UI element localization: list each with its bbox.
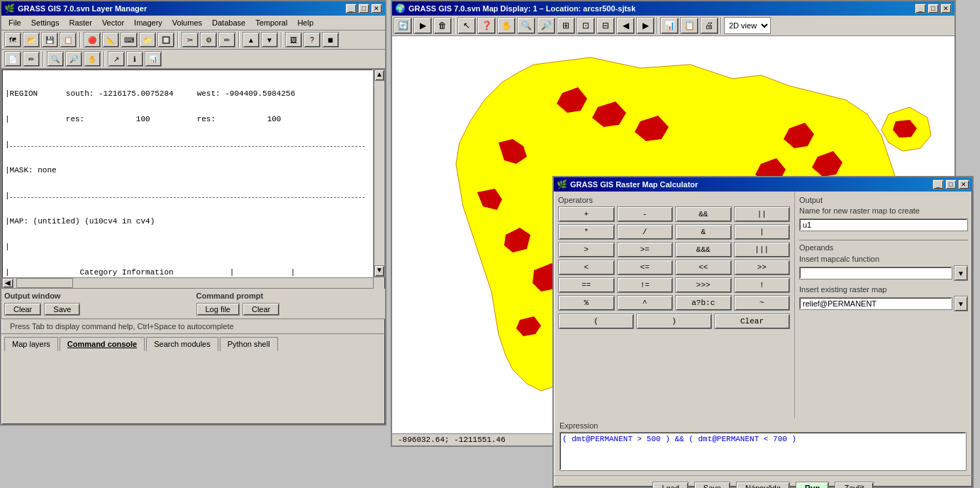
op-minus[interactable]: - <box>617 206 674 222</box>
toolbar-add-raster[interactable]: 🔴 <box>84 32 101 48</box>
op-neq[interactable]: != <box>617 277 674 293</box>
map-view-select[interactable]: 2D view 3D view <box>724 17 771 34</box>
menu-settings[interactable]: Settings <box>27 17 64 28</box>
calc-clear-button[interactable]: Clear <box>714 314 790 329</box>
load-button[interactable]: Load <box>652 482 688 488</box>
tab-command-console[interactable]: Command console <box>60 337 145 351</box>
toolbar-save[interactable]: 💾 <box>41 32 58 48</box>
scrollbar-vertical[interactable]: ▲ ▼ <box>374 69 385 277</box>
toolbar-properties[interactable]: ⚙ <box>200 32 217 48</box>
op-paren-open[interactable]: ( <box>558 314 634 329</box>
map-maximize-button[interactable]: □ <box>928 4 939 13</box>
toolbar-add-vector[interactable]: 📐 <box>102 32 119 48</box>
toolbar-select[interactable]: ↗ <box>108 51 125 67</box>
run-button[interactable]: Run <box>796 482 829 488</box>
toolbar-pan[interactable]: ✋ <box>84 51 101 67</box>
map-zoom-layer-btn[interactable]: ⊟ <box>596 17 615 34</box>
scrollbar-horizontal[interactable]: ◀ <box>1 277 374 289</box>
toolbar-stop[interactable]: ⏹ <box>322 32 339 48</box>
map-pan-btn[interactable]: ✋ <box>497 17 516 34</box>
toolbar-info[interactable]: ℹ <box>126 51 143 67</box>
calc-close-button[interactable]: ✕ <box>958 179 969 189</box>
map-zoom-out-btn[interactable]: 🔎 <box>537 17 555 34</box>
insert-func-dropdown[interactable]: ▼ <box>954 265 968 281</box>
op-gte[interactable]: >= <box>617 242 674 257</box>
scroll-thumb[interactable] <box>16 278 73 288</box>
output-content[interactable]: |REGION south: -1216175.0075284 west: -9… <box>1 69 374 289</box>
log-file-button[interactable]: Log file <box>196 303 240 316</box>
calc-save-button[interactable]: Save <box>694 482 730 488</box>
toolbar-calc2[interactable]: 📊 <box>145 51 162 67</box>
op-rrshift[interactable]: >>> <box>675 277 732 293</box>
toolbar-new-map2[interactable]: 📄 <box>4 51 21 67</box>
tab-search-modules[interactable]: Search modules <box>146 337 218 351</box>
toolbar-add-overlay[interactable]: 🔲 <box>157 32 174 48</box>
clear-output-button[interactable]: Clear <box>4 303 41 316</box>
save-output-button[interactable]: Save <box>44 303 80 316</box>
tab-map-layers[interactable]: Map layers <box>4 337 58 351</box>
toolbar-down[interactable]: ▼ <box>261 32 278 48</box>
output-name-input[interactable] <box>799 218 968 231</box>
op-gt[interactable]: > <box>558 242 615 257</box>
map-render-btn[interactable]: ▶ <box>413 17 432 34</box>
close-calc-button[interactable]: Zavřít <box>835 482 873 488</box>
menu-imagery[interactable]: Imagery <box>130 17 167 28</box>
toolbar-open[interactable]: 📂 <box>23 32 40 48</box>
op-plus[interactable]: + <box>558 206 615 222</box>
toolbar-delete[interactable]: ✂ <box>182 32 199 48</box>
maximize-button[interactable]: □ <box>358 4 369 13</box>
toolbar-render[interactable]: 🖼 <box>285 32 302 48</box>
toolbar-add-cmd[interactable]: ⌨ <box>121 32 138 48</box>
menu-raster[interactable]: Raster <box>65 17 96 28</box>
op-and[interactable]: & <box>675 224 732 240</box>
toolbar-up[interactable]: ▲ <box>243 32 260 48</box>
map-next-btn[interactable]: ▶ <box>636 17 655 34</box>
toolbar-save-as[interactable]: 📋 <box>60 32 77 48</box>
op-mod[interactable]: % <box>558 295 615 311</box>
insert-raster-dropdown[interactable]: ▼ <box>954 296 968 311</box>
scroll-down[interactable]: ▼ <box>374 265 384 277</box>
op-mul[interactable]: * <box>558 224 615 240</box>
op-lte[interactable]: <= <box>617 260 674 275</box>
op-bitnot[interactable]: ~ <box>734 295 791 311</box>
tab-python-shell[interactable]: Python shell <box>220 337 278 351</box>
op-bband[interactable]: &&& <box>675 242 732 257</box>
close-button[interactable]: ✕ <box>371 4 382 13</box>
op-or-or[interactable]: || <box>734 206 791 222</box>
op-not[interactable]: ! <box>734 277 791 293</box>
insert-func-input[interactable] <box>799 267 952 279</box>
map-pointer-btn[interactable]: ↖ <box>457 17 476 34</box>
op-rshift[interactable]: >> <box>734 260 791 275</box>
clear-prompt-button[interactable]: Clear <box>243 303 279 316</box>
op-ternary[interactable]: a?b:c <box>675 295 732 311</box>
op-or[interactable]: | <box>734 224 791 240</box>
menu-vector[interactable]: Vector <box>98 17 128 28</box>
toolbar-new-map[interactable]: 🗺 <box>4 32 21 48</box>
map-refresh-btn[interactable]: 🔄 <box>394 17 412 34</box>
scroll-up[interactable]: ▲ <box>374 70 384 81</box>
calc-maximize-button[interactable]: □ <box>945 179 957 189</box>
minimize-button[interactable]: _ <box>345 4 357 13</box>
toolbar-zoom-out[interactable]: 🔎 <box>65 51 82 67</box>
calc-minimize-button[interactable]: _ <box>932 179 944 189</box>
op-lshift[interactable]: << <box>675 260 732 275</box>
map-zoom-def-btn[interactable]: ⊡ <box>577 17 595 34</box>
menu-temporal[interactable]: Temporal <box>251 17 291 28</box>
map-erase-btn[interactable]: 🗑 <box>433 17 452 34</box>
toolbar-rename[interactable]: ✏ <box>218 32 235 48</box>
toolbar-zoom-in[interactable]: 🔍 <box>47 51 64 67</box>
menu-database[interactable]: Database <box>208 17 250 28</box>
op-and-and[interactable]: && <box>675 206 732 222</box>
map-print-btn[interactable]: 🖨 <box>700 17 718 34</box>
insert-raster-input[interactable] <box>799 297 952 310</box>
map-prev-btn[interactable]: ◀ <box>616 17 635 34</box>
op-eq[interactable]: == <box>558 277 615 293</box>
map-analyze-btn[interactable]: 📊 <box>660 17 679 34</box>
scroll-left[interactable]: ◀ <box>2 278 13 288</box>
op-paren-close[interactable]: ) <box>636 314 712 329</box>
map-zoom-region-btn[interactable]: ⊞ <box>557 17 575 34</box>
menu-volumes[interactable]: Volumes <box>168 17 206 28</box>
op-div[interactable]: / <box>617 224 674 240</box>
map-minimize-button[interactable]: _ <box>915 4 926 13</box>
expression-textarea[interactable]: ( dmt@PERMANENT > 500 ) && ( dmt@PERMANE… <box>559 432 967 471</box>
